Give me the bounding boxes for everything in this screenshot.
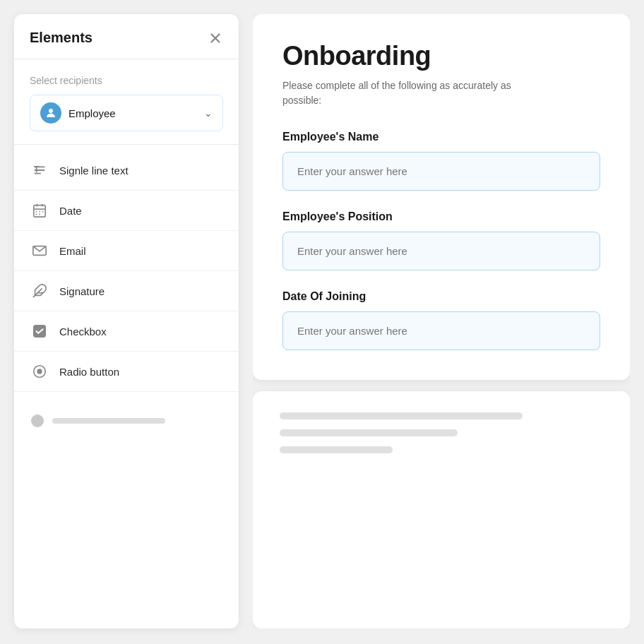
recipients-section: Select recipients Employee ⌄: [14, 59, 239, 145]
sidebar-item-single-line-text[interactable]: T Signle line text: [14, 150, 239, 191]
sidebar-item-signature[interactable]: Signature: [14, 271, 239, 311]
text-icon: T: [31, 162, 48, 179]
sidebar-item-label: Signle line text: [59, 165, 129, 177]
toggle-circle: [31, 415, 44, 427]
skeleton-line-1: [280, 412, 523, 419]
app-container: Elements Select recipients Employee ⌄: [0, 0, 644, 644]
svg-point-2: [49, 109, 53, 113]
avatar: [40, 102, 61, 124]
form-title: Onboarding: [282, 41, 600, 71]
skeleton-line-2: [280, 429, 458, 436]
main-content: Onboarding Please complete all of the fo…: [253, 14, 630, 628]
sidebar-item-radio[interactable]: Radio button: [14, 352, 239, 392]
skeleton-line-3: [280, 446, 393, 453]
recipient-name: Employee: [68, 107, 197, 119]
chevron-down-icon: ⌄: [204, 107, 213, 119]
sidebar-header: Elements: [14, 14, 239, 59]
feather-icon: [31, 282, 48, 299]
sidebar-item-checkbox[interactable]: Checkbox: [14, 311, 239, 352]
sidebar-item-label: Signature: [59, 285, 105, 297]
employee-name-input[interactable]: [282, 152, 600, 191]
form-description: Please complete all of the following as …: [282, 78, 523, 108]
sidebar-item-date[interactable]: Date: [14, 191, 239, 231]
date-of-joining-label: Date Of Joining: [282, 290, 600, 303]
check-square-icon: [31, 323, 48, 340]
svg-text:T: T: [34, 164, 40, 174]
employee-position-label: Employee's Position: [282, 210, 600, 223]
sidebar-item-label: Date: [59, 205, 82, 217]
field-employee-name: Employee's Name: [282, 131, 600, 191]
form-card: Onboarding Please complete all of the fo…: [253, 14, 630, 380]
sidebar-item-email[interactable]: Email: [14, 231, 239, 271]
sidebar-footer: [14, 398, 239, 440]
envelope-icon: [31, 242, 48, 259]
toggle-bar: [52, 418, 165, 424]
close-icon[interactable]: [208, 30, 223, 46]
recipients-label: Select recipients: [30, 75, 223, 86]
recipient-dropdown[interactable]: Employee ⌄: [30, 95, 223, 131]
svg-rect-7: [34, 205, 46, 217]
sidebar-item-label: Radio button: [59, 366, 119, 378]
skeleton-card: [253, 391, 630, 628]
field-employee-position: Employee's Position: [282, 210, 600, 270]
field-date-of-joining: Date Of Joining: [282, 290, 600, 350]
sidebar-item-label: Email: [59, 245, 86, 257]
sidebar-item-label: Checkbox: [59, 326, 107, 338]
sidebar-items: T Signle line text: [14, 145, 239, 398]
svg-point-21: [37, 369, 42, 374]
radio-icon: [31, 363, 48, 380]
date-of-joining-input[interactable]: [282, 311, 600, 350]
sidebar: Elements Select recipients Employee ⌄: [14, 14, 239, 628]
sidebar-title: Elements: [30, 30, 93, 46]
calendar-icon: [31, 202, 48, 219]
employee-name-label: Employee's Name: [282, 131, 600, 143]
employee-position-input[interactable]: [282, 232, 600, 270]
